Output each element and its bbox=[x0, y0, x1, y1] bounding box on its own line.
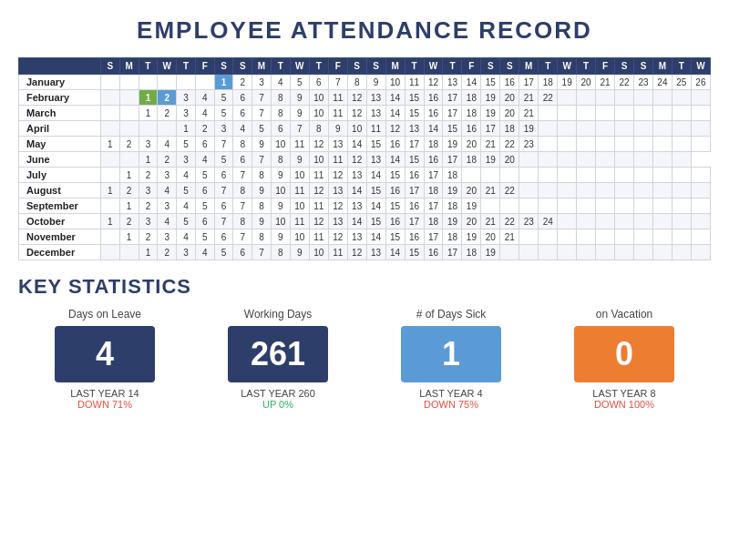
day-cell: 20 bbox=[462, 214, 481, 229]
month-name-cell: November bbox=[19, 229, 101, 245]
day-cell bbox=[634, 214, 653, 229]
day-cell bbox=[652, 90, 672, 106]
day-cell: 7 bbox=[252, 245, 272, 260]
day-cell: 20 bbox=[481, 229, 500, 245]
stat-label: on Vacation bbox=[596, 308, 653, 321]
day-cell bbox=[634, 121, 653, 137]
day-col-header: M bbox=[652, 58, 672, 75]
day-col-header: T bbox=[271, 58, 290, 75]
day-cell bbox=[691, 245, 710, 260]
day-cell bbox=[634, 199, 653, 214]
day-cell bbox=[634, 229, 653, 245]
day-col-header: S bbox=[481, 58, 500, 75]
day-cell: 15 bbox=[405, 152, 424, 168]
day-cell: 4 bbox=[195, 245, 214, 260]
month-name-cell: January bbox=[19, 75, 101, 90]
day-cell: 1 bbox=[101, 183, 120, 199]
stat-label: Days on Leave bbox=[68, 308, 141, 321]
day-cell: 12 bbox=[347, 152, 366, 168]
day-cell: 13 bbox=[366, 152, 385, 168]
day-cell bbox=[519, 183, 539, 199]
day-col-header: T bbox=[177, 58, 196, 75]
day-cell: 13 bbox=[366, 245, 385, 260]
day-cell: 5 bbox=[195, 168, 214, 183]
day-cell: 4 bbox=[177, 168, 196, 183]
day-cell bbox=[577, 214, 596, 229]
day-cell bbox=[691, 106, 710, 121]
day-cell: 20 bbox=[500, 152, 519, 168]
day-cell: 18 bbox=[539, 75, 558, 90]
day-cell: 8 bbox=[271, 90, 290, 106]
month-name-cell: October bbox=[19, 214, 101, 229]
day-cell: 2 bbox=[195, 121, 214, 137]
day-cell bbox=[634, 183, 653, 199]
day-cell: 10 bbox=[309, 152, 328, 168]
day-cell: 2 bbox=[139, 229, 158, 245]
day-cell: 9 bbox=[290, 152, 309, 168]
day-cell: 7 bbox=[214, 183, 233, 199]
day-cell bbox=[577, 121, 596, 137]
stat-last-year: LAST YEAR 8 bbox=[592, 388, 655, 399]
day-cell: 12 bbox=[309, 214, 328, 229]
day-cell bbox=[615, 137, 634, 152]
day-cell: 13 bbox=[347, 168, 366, 183]
day-cell: 7 bbox=[252, 90, 272, 106]
day-cell bbox=[652, 137, 672, 152]
day-col-header: W bbox=[424, 58, 443, 75]
stat-value-box: 0 bbox=[574, 326, 674, 382]
day-cell: 13 bbox=[443, 75, 462, 90]
day-cell: 6 bbox=[195, 137, 214, 152]
day-cell bbox=[558, 121, 577, 137]
day-col-header: W bbox=[290, 58, 309, 75]
day-cell: 15 bbox=[366, 183, 385, 199]
day-col-header: F bbox=[328, 58, 347, 75]
day-cell bbox=[634, 90, 653, 106]
day-cell: 6 bbox=[195, 183, 214, 199]
stat-value-box: 1 bbox=[401, 326, 501, 382]
day-cell bbox=[615, 152, 634, 168]
day-cell: 14 bbox=[366, 168, 385, 183]
day-cell: 2 bbox=[158, 245, 177, 260]
day-cell: 15 bbox=[385, 168, 405, 183]
day-cell: 21 bbox=[519, 106, 539, 121]
day-cell: 11 bbox=[309, 229, 328, 245]
day-cell: 26 bbox=[691, 75, 710, 90]
day-cell: 5 bbox=[290, 75, 309, 90]
day-cell: 6 bbox=[233, 106, 252, 121]
day-cell: 19 bbox=[443, 214, 462, 229]
day-col-header: S bbox=[366, 58, 385, 75]
day-cell bbox=[615, 245, 634, 260]
stat-card: on Vacation0LAST YEAR 8DOWN 100% bbox=[538, 308, 711, 410]
day-cell bbox=[652, 245, 672, 260]
day-cell: 4 bbox=[158, 214, 177, 229]
day-cell bbox=[652, 199, 672, 214]
day-cell: 1 bbox=[214, 75, 233, 90]
day-cell: 14 bbox=[385, 152, 405, 168]
day-cell bbox=[119, 245, 139, 260]
day-cell bbox=[691, 90, 710, 106]
day-cell: 16 bbox=[462, 121, 481, 137]
day-cell: 5 bbox=[195, 229, 214, 245]
day-cell: 6 bbox=[233, 152, 252, 168]
day-cell: 21 bbox=[481, 183, 500, 199]
day-cell: 1 bbox=[101, 214, 120, 229]
day-cell: 10 bbox=[347, 121, 366, 137]
day-cell: 14 bbox=[347, 137, 366, 152]
day-cell: 15 bbox=[481, 75, 500, 90]
day-cell: 9 bbox=[252, 183, 272, 199]
day-cell: 15 bbox=[366, 137, 385, 152]
day-cell: 4 bbox=[233, 121, 252, 137]
day-cell bbox=[558, 137, 577, 152]
day-cell: 5 bbox=[177, 183, 196, 199]
day-cell bbox=[672, 121, 691, 137]
day-cell bbox=[691, 199, 710, 214]
day-cell: 13 bbox=[347, 199, 366, 214]
day-cell: 6 bbox=[195, 214, 214, 229]
day-cell: 16 bbox=[424, 245, 443, 260]
day-cell: 4 bbox=[177, 199, 196, 214]
month-name-cell: April bbox=[19, 121, 101, 137]
day-col-header: M bbox=[252, 58, 272, 75]
stat-last-year: LAST YEAR 14 bbox=[70, 388, 139, 399]
day-cell: 11 bbox=[328, 90, 347, 106]
day-cell: 11 bbox=[309, 199, 328, 214]
